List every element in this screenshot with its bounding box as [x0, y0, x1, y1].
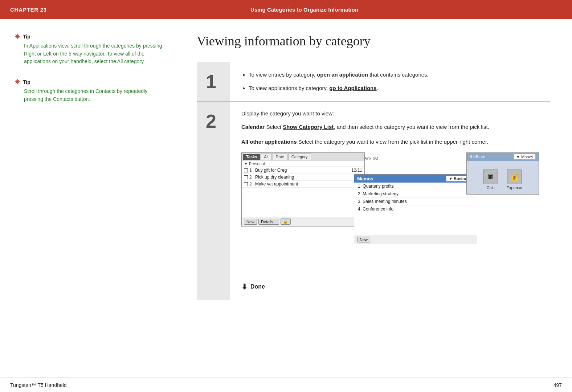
- task-date-1: 12/11: [351, 168, 362, 173]
- tasks-titlebar: Tasks All Date Category: [242, 153, 364, 161]
- show-category-list-link: Show Category List: [283, 124, 334, 130]
- task-row-3: 2 Make vet appointment: [242, 181, 364, 188]
- tip-header-2: ✳ Tip: [15, 79, 165, 85]
- date-tab: Date: [273, 154, 287, 160]
- task-num-1: 1: [249, 168, 254, 173]
- page-header: CHAPTER 23 Using Categories to Organize …: [0, 0, 572, 19]
- launcher-time: 8:56 am: [470, 154, 485, 159]
- memo-row-3: 3. Sales meeting minutes: [354, 198, 477, 205]
- memo-row-2: 2. Marketing strategy: [354, 190, 477, 198]
- tasks-new-button[interactable]: New: [244, 219, 257, 225]
- chapter-title: Using Categories to Organize Information: [250, 7, 358, 13]
- bullet-1-before: To view entries by category,: [249, 72, 317, 78]
- tasks-picklist: ▼ Personal: [242, 161, 364, 167]
- memos-window: Memos ▼ Business 1. Quarterly profits 2.…: [354, 174, 477, 244]
- all-tab: All: [261, 154, 271, 160]
- task-text-3: Make vet appointment: [255, 181, 361, 187]
- memos-footer: New: [354, 235, 477, 244]
- calc-label: Calc: [487, 185, 495, 190]
- step-1-bullets: To view entries by category, open an app…: [241, 71, 538, 92]
- app-icon-expense[interactable]: 💰 Expense: [507, 170, 522, 190]
- tip-star-icon-1: ✳: [15, 33, 20, 40]
- chapter-label: CHAPTER 23: [10, 7, 47, 13]
- task-checkbox-3: [244, 182, 248, 186]
- task-row-2: 2 Pick up dry cleaning 1: [242, 174, 364, 181]
- bullet-1: To view entries by category, open an app…: [249, 71, 538, 79]
- step-1-content: To view entries by category, open an app…: [230, 62, 550, 101]
- expense-label: Expense: [507, 185, 522, 190]
- memo-row-1: 1. Quarterly profits: [354, 183, 477, 190]
- task-text-1: Buy gift for Greg: [255, 168, 350, 173]
- step2-allapps-text: Select the category you want to view fro…: [298, 139, 489, 145]
- memos-title: Memos: [357, 176, 373, 181]
- bullet-2-link: go to Applications: [329, 85, 376, 91]
- tip-text-2: Scroll through the categories in Contact…: [24, 87, 165, 103]
- step2-calendar-bold: Calendar: [241, 124, 265, 130]
- tasks-window: Tasks All Date Category ▼ Personal 1 Buy…: [241, 152, 365, 226]
- step2-para-calendar: Calendar Select Show Category List, and …: [241, 123, 538, 131]
- done-row: ⬇ Done: [241, 282, 538, 291]
- launcher-titlebar: 8:56 am ▼ Money: [467, 153, 539, 161]
- tasks-tab: Tasks: [243, 154, 260, 160]
- app-icon-calc[interactable]: 🖩 Calc: [483, 170, 498, 190]
- bullet-2: To view applications by category, go to …: [249, 84, 538, 93]
- step-2: 2 Display the category you want to view:…: [197, 102, 550, 300]
- memos-spacer: [354, 213, 477, 235]
- category-tab: Category: [288, 154, 311, 160]
- launcher-category-dropdown[interactable]: ▼ Money: [514, 154, 536, 160]
- footer-brand: Tungsten™ T5 Handheld: [10, 382, 67, 388]
- step-2-number: 2: [197, 102, 230, 300]
- tip-block-2: ✳ Tip Scroll through the categories in C…: [15, 79, 165, 103]
- main-layout: ✳ Tip In Applications view, scroll throu…: [0, 19, 572, 377]
- step-1-number: 1: [197, 62, 230, 101]
- tasks-details-button[interactable]: Details...: [258, 219, 279, 225]
- bullet-1-after: that contains categories.: [368, 72, 429, 78]
- task-row-1: 1 Buy gift for Greg 12/11: [242, 167, 364, 174]
- step2-allapps-bold: All other applications: [241, 139, 297, 145]
- tip-text-1: In Applications view, scroll through the…: [24, 42, 165, 66]
- memos-titlebar: Memos ▼ Business: [354, 175, 477, 183]
- sidebar: ✳ Tip In Applications view, scroll throu…: [0, 19, 175, 377]
- launcher-icons: 🖩 Calc 💰 Expense: [467, 161, 539, 194]
- bullet-1-link: open an application: [317, 72, 368, 78]
- step2-heading: Display the category you want to view:: [241, 110, 538, 117]
- task-num-3: 2: [249, 181, 254, 187]
- page-title: Viewing information by category: [197, 33, 550, 49]
- launcher-window: 8:56 am ▼ Money 🖩 Calc 💰 Expe: [466, 152, 539, 195]
- picklist-label-text: Pick list: [363, 156, 378, 161]
- task-checkbox-1: [244, 168, 248, 172]
- page-footer: Tungsten™ T5 Handheld 497: [0, 377, 572, 392]
- memo-row-4: 4. Conference info: [354, 205, 477, 213]
- step2-para-all-apps: All other applications Select the catego…: [241, 138, 538, 146]
- tasks-lock-button[interactable]: 🔒: [281, 219, 291, 225]
- tasks-footer: New Details... 🔒: [242, 217, 364, 226]
- screenshot-area: Pick list Tasks All Date Category ▼ Pers…: [241, 152, 538, 276]
- step-2-content: Display the category you want to view: C…: [230, 102, 550, 300]
- tip-star-icon-2: ✳: [15, 79, 20, 85]
- expense-icon: 💰: [507, 170, 522, 184]
- memos-new-button[interactable]: New: [357, 237, 370, 242]
- task-text-2: Pick up dry cleaning: [255, 175, 358, 180]
- task-num-2: 2: [249, 175, 254, 180]
- steps-container: 1 To view entries by category, open an a…: [197, 62, 550, 300]
- done-arrow-icon: ⬇: [241, 282, 248, 291]
- calc-icon: 🖩: [483, 170, 498, 184]
- step-1: 1 To view entries by category, open an a…: [197, 62, 550, 102]
- bullet-2-after: .: [377, 85, 378, 91]
- step2-calendar-text: Select Show Category List, and then sele…: [266, 124, 489, 130]
- tip-label-1: Tip: [23, 34, 30, 40]
- footer-page: 497: [553, 382, 562, 388]
- tip-header-1: ✳ Tip: [15, 33, 165, 40]
- tip-label-2: Tip: [23, 79, 30, 85]
- done-label: Done: [250, 283, 265, 290]
- tip-block-1: ✳ Tip In Applications view, scroll throu…: [15, 33, 165, 66]
- content-area: Viewing information by category 1 To vie…: [175, 19, 572, 377]
- tasks-spacer: [242, 188, 364, 217]
- task-checkbox-2: [244, 175, 248, 179]
- bullet-2-before: To view applications by category,: [249, 85, 329, 91]
